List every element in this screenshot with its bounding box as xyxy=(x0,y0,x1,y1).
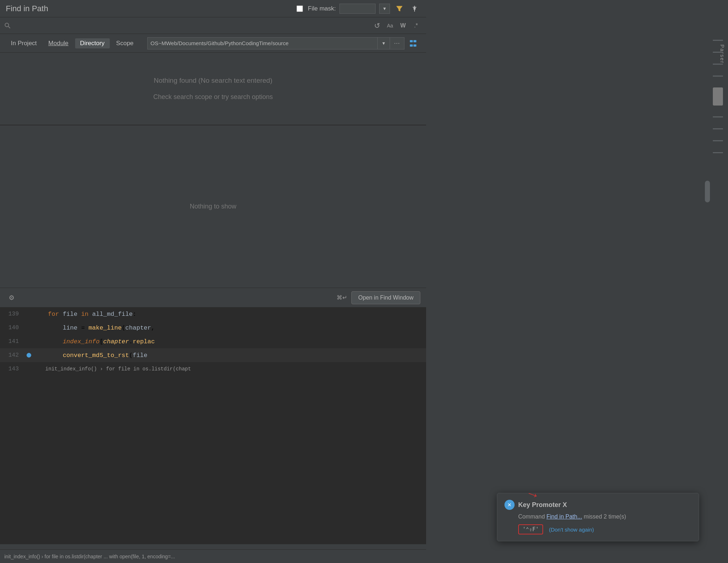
file-mask-label: File mask: xyxy=(308,5,336,12)
shortcut-badge: '⌃⇧F' xyxy=(518,524,543,534)
notification-body: Command Find in Path... missed 2 time(s) xyxy=(518,513,692,520)
search-bar: ↺ Aa W .* xyxy=(0,17,426,34)
directory-tree-btn[interactable] xyxy=(406,37,420,50)
open-find-window-btn[interactable]: Open in Find Window xyxy=(351,291,420,304)
bottom-bar: ⚙ ⌘↵ Open in Find Window xyxy=(0,288,426,307)
regex-btn[interactable]: .* xyxy=(410,20,422,31)
tab-in-project[interactable]: In Project xyxy=(6,38,42,48)
pin-icon-btn[interactable] xyxy=(409,3,420,14)
tab-module[interactable]: Module xyxy=(43,38,74,48)
nothing-to-show-text: Nothing to show xyxy=(190,203,236,210)
svg-point-3 xyxy=(413,8,416,10)
table-row: 140 line = make_line(chapter, xyxy=(0,321,426,335)
title-bar: Find in Path File mask: ▼ xyxy=(0,0,426,17)
find-in-path-panel: Find in Path File mask: ▼ xyxy=(0,0,426,307)
code-editor-area: 139 for file in all_md_file: 140 line = … xyxy=(0,307,426,563)
table-row: 141 index_info[chapter.replac xyxy=(0,335,426,348)
scrollbar-thumb[interactable] xyxy=(705,181,710,202)
notification-body-suffix: missed 2 time(s) xyxy=(582,513,626,520)
directory-select-wrapper: OS~MWeb/Documents/Github/PythonCodingTim… xyxy=(147,37,420,50)
search-bar-icons: ↺ Aa W .* xyxy=(371,20,422,31)
panel-title: Find in Path xyxy=(6,4,296,13)
preview-area: Nothing to show xyxy=(0,125,426,288)
search-input[interactable] xyxy=(13,21,371,31)
svg-rect-9 xyxy=(413,44,416,47)
gutter-icon-142 xyxy=(25,352,33,358)
svg-marker-0 xyxy=(396,6,402,11)
tab-directory[interactable]: Directory xyxy=(75,38,110,48)
directory-select[interactable]: OS~MWeb/Documents/Github/PythonCodingTim… xyxy=(147,37,378,50)
table-row: 143 init_index_info() › for file in os.l… xyxy=(0,362,426,376)
svg-rect-8 xyxy=(410,44,413,47)
vertical-scrollbar[interactable] xyxy=(705,0,710,307)
file-mask-dropdown-btn[interactable]: ▼ xyxy=(379,4,390,14)
file-mask-input[interactable] xyxy=(339,4,376,14)
settings-gear-btn[interactable]: ⚙ xyxy=(6,292,17,304)
file-mask-checkbox[interactable] xyxy=(296,5,303,12)
filter-icon-btn[interactable] xyxy=(394,3,405,14)
notification-actions: '⌃⇧F' (Don't show again) xyxy=(518,524,692,534)
scope-bar: In Project Module Directory Scope OS~MWe… xyxy=(0,34,426,53)
refresh-btn[interactable]: ↺ xyxy=(371,20,383,31)
notification-title: Key Promoter X xyxy=(518,501,567,509)
whole-word-btn[interactable]: W xyxy=(397,20,409,31)
nothing-found-text: Nothing found (No search text entered) xyxy=(154,77,272,85)
breadcrumb-text: init_index_info() › for file in os.listd… xyxy=(4,554,175,559)
match-case-btn[interactable]: Aa xyxy=(384,20,396,31)
svg-rect-6 xyxy=(410,40,413,42)
tab-scope[interactable]: Scope xyxy=(111,38,139,48)
results-area: Nothing found (No search text entered) C… xyxy=(0,53,426,125)
shortcut-text: ⌘↵ xyxy=(337,294,347,301)
svg-rect-7 xyxy=(413,40,416,42)
title-bar-controls: File mask: ▼ xyxy=(296,3,420,14)
breadcrumb: init_index_info() › for file in os.listd… xyxy=(0,549,426,563)
table-row: 139 for file in all_md_file: xyxy=(0,307,426,321)
svg-line-5 xyxy=(8,26,10,28)
directory-dropdown-btn[interactable]: ▼ xyxy=(378,37,390,50)
code-scrollbar[interactable] xyxy=(0,544,426,549)
search-icon xyxy=(4,22,11,29)
svg-point-10 xyxy=(27,353,31,357)
svg-point-4 xyxy=(5,23,9,27)
notification-link[interactable]: Find in Path... xyxy=(546,513,582,520)
check-search-text: Check search scope or try search options xyxy=(153,93,273,101)
directory-more-btn[interactable]: ··· xyxy=(390,37,404,50)
table-row: 142 convert_md5_to_rst(file xyxy=(0,348,426,362)
notification-body-prefix: Command xyxy=(518,513,546,520)
key-promoter-icon: ✕ xyxy=(504,500,515,510)
dont-show-again-link[interactable]: (Don't show again) xyxy=(549,527,594,533)
right-sidebar-lines xyxy=(713,29,723,164)
